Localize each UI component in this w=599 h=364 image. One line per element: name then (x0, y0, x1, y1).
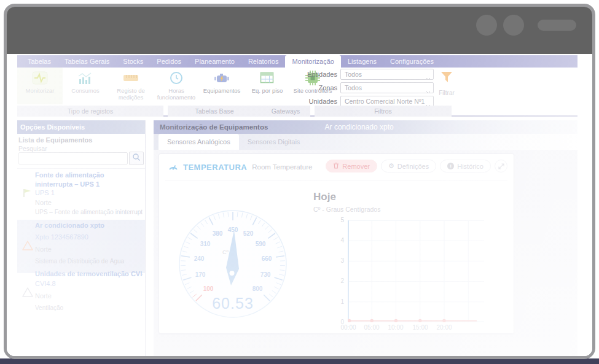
ribbon-group-labels: Tipo de registos Tabelas Base Gateways F… (17, 106, 577, 117)
menu-tab-configuracoes[interactable]: Configurações (383, 55, 440, 68)
entidades-value: Todos (345, 71, 362, 78)
menu-tab-stocks[interactable]: Stocks (116, 55, 150, 68)
tree-item-zone: Norte (35, 292, 143, 300)
tree-item-type: Ventilação (35, 304, 143, 311)
temperature-gauge: 100 170 240 310 380 450 520 590 660 730 … (178, 210, 291, 330)
zonas-value: Todos (345, 84, 362, 91)
tool-horas-funcionamento[interactable]: Horas funcionamento (154, 68, 199, 104)
chart-subtitle: Cº - Graus Centígrados (313, 206, 380, 213)
tree-item-type: UPS – Fonte de alimentação ininterrupta (35, 209, 143, 215)
desktop-taskbar-strip (0, 358, 599, 364)
group-filtros: Filtros (315, 106, 452, 117)
x-axis-tick: 15:00 (408, 324, 433, 331)
search-button[interactable] (129, 152, 144, 165)
tool-consumos[interactable]: Consumos (63, 68, 108, 104)
zonas-select[interactable]: Todos (340, 82, 434, 93)
window-control-circle[interactable] (476, 15, 497, 36)
browser-window-frame: Tabelas Tabelas Gerais Stocks Pedidos Pl… (4, 4, 595, 359)
trash-icon (333, 162, 339, 170)
unidades-label: Unidades (305, 98, 340, 105)
tool-eq-por-piso[interactable]: Eq. por piso (245, 68, 290, 104)
filtrar-button[interactable]: Filtrar (431, 71, 463, 96)
floor-grid-icon (260, 70, 275, 86)
zonas-label: Zonas (305, 84, 340, 91)
y-axis-tick: 3 (329, 257, 344, 264)
x-axis-tick: 20:00 (432, 324, 456, 331)
group-gateways: Gateways (261, 106, 310, 117)
gauge-tick-label: 450 (228, 227, 238, 233)
tab-sensores-analogicos[interactable]: Sensores Analógicos (159, 134, 239, 150)
sidebar-header: Opções Disponíveis (17, 120, 145, 134)
remover-button[interactable]: Remover (326, 160, 377, 172)
gauge-tick-label: 380 (213, 230, 223, 237)
tool-label: Monitorizar (26, 87, 55, 94)
info-icon: i (447, 163, 454, 169)
tree-item-ar-condicionado[interactable]: Ar condicionado xpto Xpto 1234567890 Nor… (17, 220, 145, 273)
tool-monitorizar[interactable]: Monitorizar (17, 68, 63, 104)
chevron-down-icon (426, 87, 431, 93)
menu-tab-tabelas[interactable]: Tabelas (21, 55, 58, 68)
divider (17, 168, 145, 169)
gauge-tick-label: 800 (253, 285, 263, 292)
gauge-icon (168, 161, 179, 173)
tree-item-ups[interactable]: Fonte de alimentação ininterrupta – UPS … (17, 169, 145, 220)
menu-tab-monitorizacao[interactable]: Monitorização (285, 55, 340, 68)
gauge-value: 60.53 (212, 295, 254, 312)
gauge-tick-label: 240 (194, 255, 205, 262)
window-titlebar (7, 7, 592, 54)
historico-button[interactable]: i Histórico (440, 160, 491, 172)
panel-subtitle: Room Temperature (252, 163, 312, 171)
triangle-warning-icon (21, 239, 34, 254)
main-content: TEMPERATURA Room Temperature Remover ⚙ D… (154, 150, 577, 356)
menu-tab-listagens[interactable]: Listagens (341, 55, 383, 68)
window-control-pill[interactable] (538, 20, 576, 31)
tool-buttons: Monitorizar Consumos Registo de medições (17, 68, 335, 104)
unidades-value: Centro Comercial Norte Nº1 (345, 98, 425, 105)
pulse-monitor-icon (32, 70, 48, 86)
remover-label: Remover (342, 163, 370, 170)
main-header-bar: Monitorização de Equipamentos Ar condici… (154, 120, 577, 134)
search-icon (132, 153, 141, 164)
gauge-tick-label: 730 (260, 271, 271, 278)
tool-registo-medicoes[interactable]: Registo de medições (108, 68, 154, 104)
definicoes-label: Definições (397, 163, 429, 170)
sidebar-list-title: Lista de Equipamentos (18, 136, 92, 144)
chart-plot-area (348, 220, 484, 322)
tool-label: Equipamentos (203, 87, 241, 94)
filter-fields: Entidades Todos Zonas Todos Unidades Cen (305, 69, 434, 109)
y-axis-tick: 4 (329, 237, 344, 244)
search-input[interactable] (18, 152, 128, 165)
window-control-circle[interactable] (503, 15, 524, 36)
gears-icon: ⚙ (388, 163, 394, 169)
historico-label: Histórico (457, 163, 484, 170)
menu-tab-pedidos[interactable]: Pedidos (150, 55, 188, 68)
tree-item-zone: Norte (35, 199, 143, 206)
equipment-title: Ar condicionado xpto (325, 120, 394, 134)
menu-tab-tabelas-gerais[interactable]: Tabelas Gerais (58, 55, 116, 68)
entidades-select[interactable]: Todos (340, 69, 434, 80)
y-axis-tick: 1 (329, 298, 344, 305)
menu-tab-relatorios[interactable]: Relatorios (241, 55, 286, 68)
clock-icon (169, 70, 184, 86)
group-tipo-de-registos: Tipo de registos (17, 106, 163, 117)
menu-tab-planeamento[interactable]: Planeamento (188, 55, 241, 68)
tab-sensores-digitais[interactable]: Sensores Digitais (239, 134, 309, 150)
today-chart: Hoje Cº - Graus Centígrados (301, 191, 491, 333)
gauge-tick-label: 590 (256, 241, 266, 247)
gauge-tick-label: 660 (262, 255, 272, 262)
bar-chart-icon (77, 70, 93, 86)
tool-label: Horas funcionamento (154, 87, 199, 101)
tree-item-termoventilacao[interactable]: Unidades de termoventilação CVI4.8 CVI4.… (17, 269, 145, 318)
filtrar-label: Filtrar (431, 90, 463, 96)
toolbar-ribbon: Monitorizar Consumos Registo de medições (17, 68, 577, 117)
tree-item-name: CVI4.8 (35, 280, 143, 287)
gauge-tick-label: 170 (195, 271, 206, 278)
expand-icon (498, 161, 504, 172)
expand-button[interactable] (495, 160, 507, 172)
tree-item-title: Ar condicionado xpto (35, 222, 143, 229)
tree-item-zone: Norte (35, 246, 143, 253)
tool-equipamentos[interactable]: Equipamentos (199, 68, 245, 104)
definicoes-button[interactable]: ⚙ Definições (381, 160, 436, 172)
panel-title: TEMPERATURA (183, 163, 247, 172)
temperature-panel: TEMPERATURA Room Temperature Remover ⚙ D… (159, 153, 514, 334)
